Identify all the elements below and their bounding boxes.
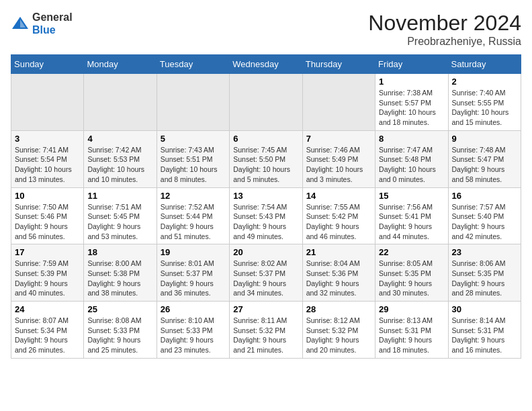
- day-number: 30: [452, 304, 517, 314]
- day-number: 10: [15, 191, 80, 201]
- day-number: 25: [87, 304, 152, 314]
- calendar-cell: 16Sunrise: 7:57 AM Sunset: 5:40 PM Dayli…: [448, 187, 521, 244]
- day-info: Sunrise: 7:43 AM Sunset: 5:51 PM Dayligh…: [161, 145, 226, 185]
- day-info: Sunrise: 8:05 AM Sunset: 5:35 PM Dayligh…: [379, 259, 444, 298]
- calendar-cell: 29Sunrise: 8:13 AM Sunset: 5:31 PM Dayli…: [375, 302, 448, 359]
- day-number: 11: [87, 191, 152, 201]
- calendar-cell: 6Sunrise: 7:45 AM Sunset: 5:50 PM Daylig…: [230, 130, 302, 187]
- day-number: 9: [452, 134, 517, 144]
- day-info: Sunrise: 7:52 AM Sunset: 5:44 PM Dayligh…: [161, 202, 226, 242]
- day-info: Sunrise: 7:38 AM Sunset: 5:57 PM Dayligh…: [379, 88, 444, 128]
- calendar-cell: 14Sunrise: 7:55 AM Sunset: 5:42 PM Dayli…: [302, 187, 375, 244]
- day-number: 18: [87, 247, 152, 257]
- calendar-cell: 3Sunrise: 7:41 AM Sunset: 5:54 PM Daylig…: [11, 130, 84, 187]
- weekday-header-sunday: Sunday: [11, 55, 84, 74]
- day-info: Sunrise: 8:02 AM Sunset: 5:37 PM Dayligh…: [233, 259, 298, 298]
- calendar-cell: [230, 74, 302, 131]
- calendar-cell: 11Sunrise: 7:51 AM Sunset: 5:45 PM Dayli…: [84, 187, 157, 244]
- weekday-header-wednesday: Wednesday: [230, 55, 302, 74]
- week-row-3: 10Sunrise: 7:50 AM Sunset: 5:46 PM Dayli…: [11, 187, 521, 244]
- day-number: 12: [161, 191, 226, 201]
- day-info: Sunrise: 8:12 AM Sunset: 5:32 PM Dayligh…: [306, 316, 371, 355]
- day-number: 28: [306, 304, 371, 314]
- day-number: 27: [233, 304, 298, 314]
- day-info: Sunrise: 8:01 AM Sunset: 5:37 PM Dayligh…: [161, 259, 226, 298]
- day-info: Sunrise: 7:51 AM Sunset: 5:45 PM Dayligh…: [87, 202, 152, 242]
- calendar-cell: [302, 74, 375, 131]
- day-info: Sunrise: 8:00 AM Sunset: 5:38 PM Dayligh…: [87, 259, 152, 298]
- calendar-cell: 30Sunrise: 8:14 AM Sunset: 5:31 PM Dayli…: [448, 302, 521, 359]
- weekday-header-tuesday: Tuesday: [157, 55, 229, 74]
- day-info: Sunrise: 8:14 AM Sunset: 5:31 PM Dayligh…: [452, 316, 517, 355]
- calendar-cell: 15Sunrise: 7:56 AM Sunset: 5:41 PM Dayli…: [375, 187, 448, 244]
- day-number: 4: [87, 134, 152, 144]
- day-info: Sunrise: 7:48 AM Sunset: 5:47 PM Dayligh…: [452, 145, 517, 185]
- day-info: Sunrise: 8:11 AM Sunset: 5:32 PM Dayligh…: [233, 316, 298, 355]
- day-info: Sunrise: 7:41 AM Sunset: 5:54 PM Dayligh…: [15, 145, 80, 185]
- header: General Blue November 2024 Preobrazheniy…: [11, 11, 521, 48]
- calendar-cell: 4Sunrise: 7:42 AM Sunset: 5:53 PM Daylig…: [84, 130, 157, 187]
- day-number: 1: [379, 77, 444, 87]
- weekday-header-saturday: Saturday: [448, 55, 521, 74]
- calendar-cell: 28Sunrise: 8:12 AM Sunset: 5:32 PM Dayli…: [302, 302, 375, 359]
- logo-text: General Blue: [32, 11, 73, 36]
- calendar-cell: [157, 74, 229, 131]
- day-info: Sunrise: 8:06 AM Sunset: 5:35 PM Dayligh…: [452, 259, 517, 298]
- day-number: 17: [15, 247, 80, 257]
- day-info: Sunrise: 8:08 AM Sunset: 5:33 PM Dayligh…: [87, 316, 152, 355]
- day-info: Sunrise: 7:40 AM Sunset: 5:55 PM Dayligh…: [452, 88, 517, 128]
- day-number: 3: [15, 134, 80, 144]
- title-area: November 2024 Preobrazheniye, Russia: [368, 11, 521, 48]
- day-number: 14: [306, 191, 371, 201]
- day-number: 16: [452, 191, 517, 201]
- calendar-cell: 1Sunrise: 7:38 AM Sunset: 5:57 PM Daylig…: [375, 74, 448, 131]
- day-number: 7: [306, 134, 371, 144]
- calendar-cell: 18Sunrise: 8:00 AM Sunset: 5:38 PM Dayli…: [84, 244, 157, 302]
- calendar-cell: 22Sunrise: 8:05 AM Sunset: 5:35 PM Dayli…: [375, 244, 448, 302]
- day-info: Sunrise: 8:07 AM Sunset: 5:34 PM Dayligh…: [15, 316, 80, 355]
- day-info: Sunrise: 7:42 AM Sunset: 5:53 PM Dayligh…: [87, 145, 152, 185]
- day-number: 5: [161, 134, 226, 144]
- calendar-cell: 20Sunrise: 8:02 AM Sunset: 5:37 PM Dayli…: [230, 244, 302, 302]
- calendar-cell: 27Sunrise: 8:11 AM Sunset: 5:32 PM Dayli…: [230, 302, 302, 359]
- day-info: Sunrise: 8:13 AM Sunset: 5:31 PM Dayligh…: [379, 316, 444, 355]
- calendar-cell: 5Sunrise: 7:43 AM Sunset: 5:51 PM Daylig…: [157, 130, 229, 187]
- day-info: Sunrise: 7:55 AM Sunset: 5:42 PM Dayligh…: [306, 202, 371, 242]
- calendar-cell: 7Sunrise: 7:46 AM Sunset: 5:49 PM Daylig…: [302, 130, 375, 187]
- logo: General Blue: [11, 11, 73, 36]
- day-info: Sunrise: 7:59 AM Sunset: 5:39 PM Dayligh…: [15, 259, 80, 298]
- week-row-1: 1Sunrise: 7:38 AM Sunset: 5:57 PM Daylig…: [11, 74, 521, 131]
- calendar-cell: 24Sunrise: 8:07 AM Sunset: 5:34 PM Dayli…: [11, 302, 84, 359]
- day-number: 22: [379, 247, 444, 257]
- day-info: Sunrise: 7:57 AM Sunset: 5:40 PM Dayligh…: [452, 202, 517, 242]
- calendar-cell: 23Sunrise: 8:06 AM Sunset: 5:35 PM Dayli…: [448, 244, 521, 302]
- weekday-header-thursday: Thursday: [302, 55, 375, 74]
- day-number: 24: [15, 304, 80, 314]
- day-number: 13: [233, 191, 298, 201]
- calendar-cell: 8Sunrise: 7:47 AM Sunset: 5:48 PM Daylig…: [375, 130, 448, 187]
- calendar-cell: 19Sunrise: 8:01 AM Sunset: 5:37 PM Dayli…: [157, 244, 229, 302]
- weekday-header-monday: Monday: [84, 55, 157, 74]
- calendar-cell: 13Sunrise: 7:54 AM Sunset: 5:43 PM Dayli…: [230, 187, 302, 244]
- calendar-cell: 10Sunrise: 7:50 AM Sunset: 5:46 PM Dayli…: [11, 187, 84, 244]
- calendar-cell: 17Sunrise: 7:59 AM Sunset: 5:39 PM Dayli…: [11, 244, 84, 302]
- day-info: Sunrise: 8:10 AM Sunset: 5:33 PM Dayligh…: [161, 316, 226, 355]
- month-title: November 2024: [368, 11, 521, 36]
- calendar-cell: 2Sunrise: 7:40 AM Sunset: 5:55 PM Daylig…: [448, 74, 521, 131]
- logo-icon: [11, 14, 30, 33]
- day-number: 6: [233, 134, 298, 144]
- day-info: Sunrise: 7:54 AM Sunset: 5:43 PM Dayligh…: [233, 202, 298, 242]
- calendar: SundayMondayTuesdayWednesdayThursdayFrid…: [11, 54, 521, 359]
- day-number: 20: [233, 247, 298, 257]
- day-number: 26: [161, 304, 226, 314]
- calendar-cell: 9Sunrise: 7:48 AM Sunset: 5:47 PM Daylig…: [448, 130, 521, 187]
- day-info: Sunrise: 7:50 AM Sunset: 5:46 PM Dayligh…: [15, 202, 80, 242]
- week-row-4: 17Sunrise: 7:59 AM Sunset: 5:39 PM Dayli…: [11, 244, 521, 302]
- calendar-cell: 12Sunrise: 7:52 AM Sunset: 5:44 PM Dayli…: [157, 187, 229, 244]
- day-info: Sunrise: 8:04 AM Sunset: 5:36 PM Dayligh…: [306, 259, 371, 298]
- day-info: Sunrise: 7:47 AM Sunset: 5:48 PM Dayligh…: [379, 145, 444, 185]
- weekday-header-friday: Friday: [375, 55, 448, 74]
- day-number: 21: [306, 247, 371, 257]
- day-number: 15: [379, 191, 444, 201]
- day-number: 23: [452, 247, 517, 257]
